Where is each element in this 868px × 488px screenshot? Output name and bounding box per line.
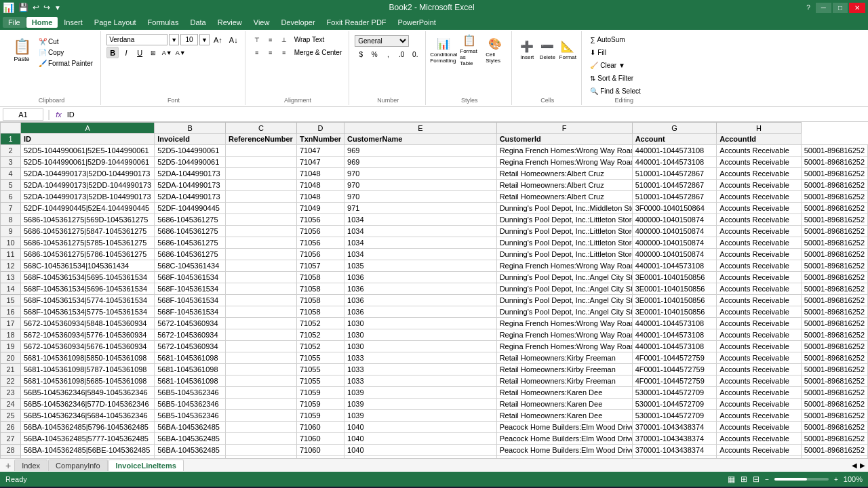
data-cell[interactable]: 71052 — [296, 341, 344, 352]
data-cell[interactable]: 71058 — [296, 283, 344, 295]
data-cell[interactable]: Regina French Homes:Wrong Way Road — [496, 157, 632, 168]
data-cell[interactable]: 530001-1044572709 — [632, 410, 717, 422]
data-cell[interactable]: 969 — [344, 145, 497, 157]
data-cell[interactable]: 1030 — [344, 329, 497, 341]
data-cell[interactable]: 50001-896816252 — [801, 341, 867, 352]
data-cell[interactable]: Retail Homeowners:Karen Dee — [496, 410, 632, 422]
data-cell[interactable]: 568F-1045361534|5696-1045361534 — [21, 283, 155, 295]
data-cell[interactable]: 56B5-1045362346|5849-1045362346 — [21, 387, 155, 399]
data-cell[interactable]: Accounts Receivable — [717, 180, 802, 191]
data-cell[interactable]: 1036 — [344, 283, 497, 295]
data-cell[interactable]: 5686-1045361275 — [155, 214, 226, 226]
data-cell[interactable]: 568F-1045361534 — [155, 295, 226, 306]
qa-save[interactable]: 💾 — [18, 3, 28, 12]
format-as-table-btn[interactable]: 📋 Format as Table — [457, 35, 481, 65]
row-header-1[interactable]: 1 — [1, 134, 21, 145]
font-size-dropdown[interactable]: ▼ — [199, 34, 210, 45]
data-cell[interactable]: 400000-1040150874 — [632, 214, 717, 226]
row-header-14[interactable]: 14 — [1, 283, 21, 295]
clear-btn[interactable]: 🧹Clear ▼ — [587, 60, 660, 71]
data-cell[interactable]: 5686-1045361275 — [155, 237, 226, 249]
data-cell[interactable]: 71049 — [296, 203, 344, 214]
data-cell[interactable]: Accounts Receivable — [717, 145, 802, 157]
data-cell[interactable]: 56B5-1045362346|5684-1045362346 — [21, 410, 155, 422]
data-cell[interactable] — [226, 352, 297, 364]
data-cell[interactable] — [226, 226, 297, 237]
data-cell[interactable]: Accounts Receivable — [717, 295, 802, 306]
delete-btn[interactable]: ➖ Delete — [538, 35, 557, 65]
zoom-in-btn[interactable]: + — [834, 476, 838, 483]
data-cell[interactable] — [226, 203, 297, 214]
data-cell[interactable]: Accounts Receivable — [717, 226, 802, 237]
qa-dropdown[interactable]: ▼ — [54, 4, 61, 12]
row-header-27[interactable]: 27 — [1, 433, 21, 445]
data-cell[interactable]: 5672-1045360934 — [155, 318, 226, 329]
row-header-5[interactable]: 5 — [1, 180, 21, 191]
data-cell[interactable]: 71052 — [296, 318, 344, 329]
data-cell[interactable]: Retail Homeowners:Albert Cruz — [496, 191, 632, 203]
data-cell[interactable]: 1033 — [344, 364, 497, 375]
data-cell[interactable]: 52D5-1044990061|52E5-1044990061 — [21, 145, 155, 157]
data-cell[interactable]: 52DF-1044990445|52E4-1044990445 — [21, 203, 155, 214]
data-cell[interactable] — [226, 422, 297, 433]
data-cell[interactable]: 1040 — [344, 422, 497, 433]
data-cell[interactable]: 71048 — [296, 191, 344, 203]
data-cell[interactable]: 5681-1045361098 — [155, 364, 226, 375]
row-header-26[interactable]: 26 — [1, 422, 21, 433]
zoom-slider[interactable] — [774, 478, 829, 481]
data-cell[interactable]: 5672-1045360934|5776-1045360934 — [21, 329, 155, 341]
row-header-24[interactable]: 24 — [1, 399, 21, 410]
menu-powerpoint[interactable]: PowerPoint — [393, 17, 441, 28]
data-cell[interactable]: 568C-1045361434 — [155, 260, 226, 272]
data-cell[interactable] — [226, 329, 297, 341]
italic-button[interactable]: I — [120, 47, 132, 58]
data-cell[interactable]: Accounts Receivable — [717, 445, 802, 456]
data-cell[interactable]: Regina French Homes:Wrong Way Road — [496, 341, 632, 352]
data-cell[interactable]: 50001-896816252 — [801, 445, 867, 456]
data-cell[interactable]: 510001-1044572867 — [632, 191, 717, 203]
data-cell[interactable] — [226, 445, 297, 456]
data-cell[interactable]: 71059 — [296, 410, 344, 422]
data-cell[interactable] — [226, 410, 297, 422]
data-cell[interactable]: Dunning's Pool Depot, Inc.:Angel City St… — [496, 283, 632, 295]
minimize-btn[interactable]: ─ — [816, 3, 831, 13]
data-cell[interactable]: 440001-1044573108 — [632, 260, 717, 272]
row-header-23[interactable]: 23 — [1, 387, 21, 399]
data-cell[interactable]: 50001-896816252 — [801, 237, 867, 249]
data-cell[interactable]: 568F-1045361534 — [155, 272, 226, 283]
data-cell[interactable]: 71048 — [296, 180, 344, 191]
data-cell[interactable]: 5672-1045360934 — [155, 329, 226, 341]
data-cell[interactable]: 3E0001-1040150856 — [632, 272, 717, 283]
row-header-18[interactable]: 18 — [1, 329, 21, 341]
data-cell[interactable]: 71058 — [296, 295, 344, 306]
data-cell[interactable]: 50001-896816252 — [801, 191, 867, 203]
data-cell[interactable]: Dunning's Pool Depot, Inc.:Angel City St… — [496, 306, 632, 318]
data-cell[interactable]: 52DA-1044990173|52DB-1044990173 — [21, 191, 155, 203]
data-cell[interactable]: 400000-1040150874 — [632, 249, 717, 260]
data-cell[interactable]: 56B5-1045362346 — [155, 387, 226, 399]
col-header-a[interactable]: A — [21, 123, 155, 134]
data-cell[interactable]: 71058 — [296, 306, 344, 318]
data-cell[interactable]: Accounts Receivable — [717, 352, 802, 364]
data-cell[interactable]: 970 — [344, 180, 497, 191]
comma-btn[interactable]: , — [382, 49, 394, 60]
row-header-13[interactable]: 13 — [1, 272, 21, 283]
data-cell[interactable]: 5672-1045360934|5676-1045360934 — [21, 341, 155, 352]
scroll-left-btn[interactable]: ◀ — [852, 462, 857, 469]
data-cell[interactable]: 970 — [344, 168, 497, 180]
data-cell[interactable]: 970 — [344, 191, 497, 203]
data-cell[interactable]: 56B5-1045362346|577D-1045362346 — [21, 399, 155, 410]
data-cell[interactable]: Accounts Receivable — [717, 318, 802, 329]
data-cell[interactable]: 440001-1044573108 — [632, 318, 717, 329]
menu-foxit[interactable]: Foxit Reader PDF — [321, 17, 392, 28]
col-header-d[interactable]: D — [296, 123, 344, 134]
data-cell[interactable]: 50001-896816252 — [801, 157, 867, 168]
menu-file[interactable]: File — [3, 17, 26, 28]
data-cell[interactable]: 52DA-1044990173 — [155, 168, 226, 180]
data-cell[interactable] — [226, 318, 297, 329]
find-select-btn[interactable]: 🔍Find & Select — [587, 85, 660, 97]
data-cell[interactable]: 440001-1044573108 — [632, 145, 717, 157]
data-cell[interactable]: 71057 — [296, 260, 344, 272]
data-cell[interactable]: 510001-1044572867 — [632, 168, 717, 180]
data-cell[interactable]: 50001-896816252 — [801, 306, 867, 318]
